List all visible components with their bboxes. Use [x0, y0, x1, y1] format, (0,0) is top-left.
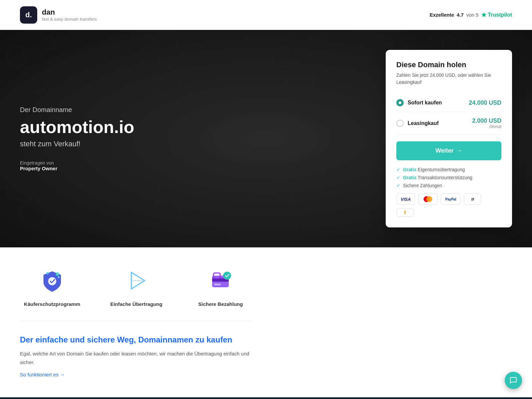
chat-button[interactable]	[505, 372, 522, 389]
benefit-row-1: ✓ Gratis Eigentumsübertragung	[396, 167, 501, 172]
footer: Datenschutzerklärung · Nutzungsbedingung…	[0, 397, 532, 399]
registered-owner: Property Owner	[20, 166, 372, 171]
buyer-protection-icon	[39, 267, 66, 294]
lease-label: Leasingkauf	[408, 120, 439, 126]
benefit3-text: Sichere Zahlungen	[403, 183, 442, 188]
benefit1-text: Eigentumsübertragung	[418, 167, 465, 172]
hero-registered: Eingetragen von Property Owner	[20, 160, 372, 171]
weiter-button[interactable]: Weiter →	[396, 141, 501, 160]
logo-area: d. dan fast & easy domain transfers	[20, 6, 97, 24]
header: d. dan fast & easy domain transfers Exze…	[0, 0, 532, 30]
hero-section: Der Domainname automotion.io steht zum V…	[0, 30, 532, 247]
buy-price: 24.000 USD	[469, 99, 501, 106]
feature-easy-transfer: Einfache Übertragung	[104, 267, 168, 308]
lease-per: /Monat	[489, 124, 501, 129]
purchase-card: Diese Domain holen Zahlen Sie jetzt 24.0…	[386, 50, 512, 227]
feature3-label: Sichere Bezahlung	[189, 301, 253, 308]
bank-transfer-icon: ⇄	[464, 194, 481, 205]
logo-name: dan	[42, 8, 97, 17]
buy-radio[interactable]	[396, 99, 404, 106]
lease-price-area: 2.000 USD /Monat	[472, 117, 501, 129]
benefit2-gratis: Gratis	[403, 175, 416, 180]
trustpilot-brand-name: Trustpilot	[488, 12, 512, 18]
svg-line-7	[131, 272, 145, 281]
trustpilot-area: Exzellente 4.7 von 5 ★ Trustpilot	[430, 11, 512, 19]
benefit-row-3: ✓ Sichere Zahlungen	[396, 183, 501, 188]
feature2-label: Einfache Übertragung	[104, 301, 168, 308]
feature1-label: Käuferschutzprogramm	[20, 301, 84, 308]
weiter-arrow-icon: →	[456, 147, 462, 154]
svg-point-1	[426, 196, 432, 202]
mastercard-icon	[418, 194, 438, 205]
hero-domain: automotion.io	[20, 117, 372, 137]
benefit2: Gratis Transaktionsunterstützung	[403, 175, 472, 180]
dan-logo-icon[interactable]: d.	[20, 6, 37, 24]
weiter-label: Weiter	[436, 147, 454, 154]
hero-subtitle: Der Domainname	[20, 106, 372, 114]
trustpilot-excellent-label: Exzellente	[430, 12, 454, 18]
feature-secure-payment: Sichere Bezahlung	[189, 267, 253, 308]
trustpilot-logo[interactable]: ★ Trustpilot	[481, 11, 512, 19]
lease-price: 2.000 USD	[472, 117, 501, 124]
chat-icon	[509, 376, 517, 384]
svg-point-4	[46, 272, 49, 275]
buy-option-left: Sofort kaufen	[396, 99, 442, 106]
buy-label: Sofort kaufen	[408, 100, 442, 106]
about-title: Der einfache und sichere Weg, Domainname…	[20, 334, 253, 345]
benefit-row-2: ✓ Gratis Transaktionsunterstützung	[396, 175, 501, 180]
features-section: Käuferschutzprogramm Einfache Übertragun…	[0, 247, 532, 397]
check-icon-3: ✓	[396, 183, 400, 188]
how-it-works-label: So funktioniert es →	[20, 372, 65, 377]
trustpilot-score: 4.7	[457, 12, 464, 18]
logo-letter: d.	[25, 11, 32, 19]
svg-rect-13	[214, 284, 221, 285]
registered-label: Eingetragen von	[20, 160, 54, 166]
features-grid: Käuferschutzprogramm Einfache Übertragun…	[20, 267, 253, 321]
benefit1: Gratis Eigentumsübertragung	[403, 167, 465, 172]
how-it-works-link[interactable]: So funktioniert es →	[20, 372, 253, 377]
hero-content: Der Domainname automotion.io steht zum V…	[20, 106, 372, 171]
lease-option-left: Leasingkauf	[396, 120, 439, 127]
card-title: Diese Domain holen	[396, 61, 501, 69]
feature-buyer-protection: Käuferschutzprogramm	[20, 267, 84, 308]
logo-text: dan fast & easy domain transfers	[42, 8, 97, 22]
svg-point-2	[48, 277, 56, 286]
trustpilot-star-icon: ★	[481, 11, 486, 19]
card-subtitle: Zahlen Sie jetzt 24.000 USD, oder wählen…	[396, 72, 501, 86]
svg-point-5	[58, 276, 59, 278]
trustpilot-von: von 5	[466, 12, 478, 18]
hero-tagline: steht zum Verkauf!	[20, 140, 372, 148]
lease-radio[interactable]	[396, 120, 404, 127]
payment-icons: VISA PayPal ⇄ ₿	[396, 194, 501, 217]
svg-line-8	[131, 281, 145, 289]
benefit2-text: Transaktionsunterstützung	[418, 175, 472, 180]
about-text: Egal, welche Art von Domain Sie kaufen o…	[20, 349, 253, 366]
benefit1-gratis: Gratis	[403, 167, 416, 172]
benefits-area: ✓ Gratis Eigentumsübertragung ✓ Gratis T…	[396, 167, 501, 188]
visa-icon: VISA	[396, 194, 415, 205]
secure-payment-icon	[207, 267, 234, 294]
check-icon-2: ✓	[396, 175, 400, 180]
about-section: Der einfache und sichere Weg, Domainname…	[20, 334, 253, 377]
check-icon-1: ✓	[396, 167, 400, 172]
buy-option-row[interactable]: Sofort kaufen 24.000 USD	[396, 94, 501, 112]
easy-transfer-icon	[123, 267, 150, 294]
logo-tagline: fast & easy domain transfers	[42, 17, 97, 22]
bitcoin-icon: ₿	[396, 208, 414, 217]
lease-option-row[interactable]: Leasingkauf 2.000 USD /Monat	[396, 112, 501, 135]
svg-point-15	[223, 272, 231, 280]
paypal-icon: PayPal	[441, 194, 461, 205]
